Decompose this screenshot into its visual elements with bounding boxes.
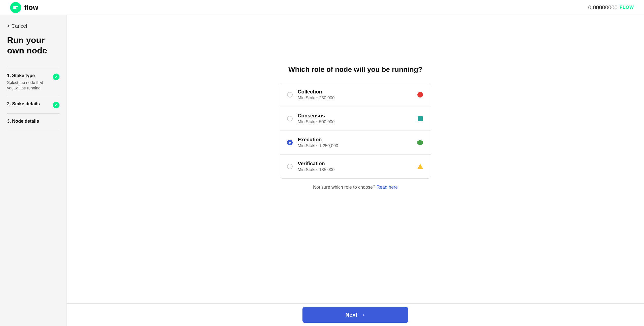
node-name-verification: Verification — [298, 161, 417, 167]
steps-list: 1. Stake type Select the node that you w… — [7, 68, 59, 129]
node-info-verification: Verification Min Stake: 135,000 — [298, 161, 417, 172]
sidebar: < Cancel Run your own node 1. Stake type… — [0, 15, 67, 326]
step-1: 1. Stake type Select the node that you w… — [7, 68, 59, 96]
node-option-execution[interactable]: Execution Min Stake: 1,250,000 — [280, 131, 431, 155]
node-shape-consensus — [417, 115, 424, 122]
step-3-title-area: 3. Node details — [7, 119, 39, 124]
next-button[interactable]: Next → — [302, 307, 408, 323]
logo-text: flow — [24, 4, 38, 12]
node-info-execution: Execution Min Stake: 1,250,000 — [298, 137, 417, 148]
flow-logo-icon — [10, 2, 21, 13]
node-name-consensus: Consensus — [298, 113, 417, 119]
step-1-label: 1. Stake type — [7, 73, 53, 78]
balance-currency: FLOW — [620, 5, 634, 10]
node-stake-execution: Min Stake: 1,250,000 — [298, 143, 417, 148]
radio-collection[interactable] — [287, 92, 293, 97]
question-section: Which role of node will you be running? … — [280, 66, 431, 190]
step-2-label: 2. Stake details — [7, 101, 40, 107]
consensus-shape-icon — [418, 116, 423, 121]
node-info-collection: Collection Min Stake: 250,000 — [298, 89, 417, 101]
execution-shape-icon — [417, 140, 423, 145]
node-stake-collection: Min Stake: 250,000 — [298, 95, 417, 101]
header: flow 0.00000000 FLOW — [0, 0, 644, 15]
node-options: Collection Min Stake: 250,000 Consensus … — [280, 83, 431, 179]
balance-amount: 0.00000000 — [588, 4, 618, 11]
svg-point-1 — [16, 6, 18, 7]
node-shape-execution — [417, 139, 424, 146]
verification-shape-icon — [417, 164, 423, 169]
main-content: Which role of node will you be running? … — [67, 15, 644, 326]
node-info-consensus: Consensus Min Stake: 500,000 — [298, 113, 417, 124]
step-2: 2. Stake details — [7, 96, 59, 114]
node-option-verification[interactable]: Verification Min Stake: 135,000 — [280, 155, 431, 178]
bottom-bar: Next → — [67, 303, 644, 326]
step-1-title-area: 1. Stake type Select the node that you w… — [7, 73, 53, 91]
page-title: Run your own node — [7, 35, 59, 56]
step-1-check-icon — [53, 74, 59, 80]
main-layout: < Cancel Run your own node 1. Stake type… — [0, 15, 644, 326]
step-3-header: 3. Node details — [7, 119, 59, 124]
step-3-label: 3. Node details — [7, 119, 39, 124]
step-2-check-icon — [53, 102, 59, 108]
node-stake-verification: Min Stake: 135,000 — [298, 167, 417, 172]
step-3: 3. Node details — [7, 114, 59, 129]
node-stake-consensus: Min Stake: 500,000 — [298, 119, 417, 124]
step-2-header: 2. Stake details — [7, 101, 59, 108]
question-title: Which role of node will you be running? — [280, 66, 431, 74]
next-arrow-icon: → — [360, 312, 365, 318]
node-name-collection: Collection — [298, 89, 417, 95]
node-option-collection[interactable]: Collection Min Stake: 250,000 — [280, 83, 431, 107]
next-button-label: Next — [345, 312, 357, 318]
step-1-description: Select the node that you will be running… — [7, 80, 53, 91]
radio-verification[interactable] — [287, 164, 293, 169]
node-option-consensus[interactable]: Consensus Min Stake: 500,000 — [280, 107, 431, 131]
radio-execution[interactable] — [287, 140, 293, 145]
read-here-link[interactable]: Read here — [377, 185, 398, 190]
logo-area: flow — [10, 2, 38, 13]
cancel-link[interactable]: < Cancel — [7, 23, 59, 29]
step-2-title-area: 2. Stake details — [7, 101, 40, 107]
balance-area: 0.00000000 FLOW — [588, 4, 634, 11]
collection-shape-icon — [417, 92, 423, 97]
radio-consensus[interactable] — [287, 116, 293, 121]
node-shape-collection — [417, 91, 424, 98]
step-1-header: 1. Stake type Select the node that you w… — [7, 73, 59, 91]
hint-text: Not sure which role to choose? Read here — [280, 185, 431, 190]
node-name-execution: Execution — [298, 137, 417, 143]
node-shape-verification — [417, 163, 424, 170]
